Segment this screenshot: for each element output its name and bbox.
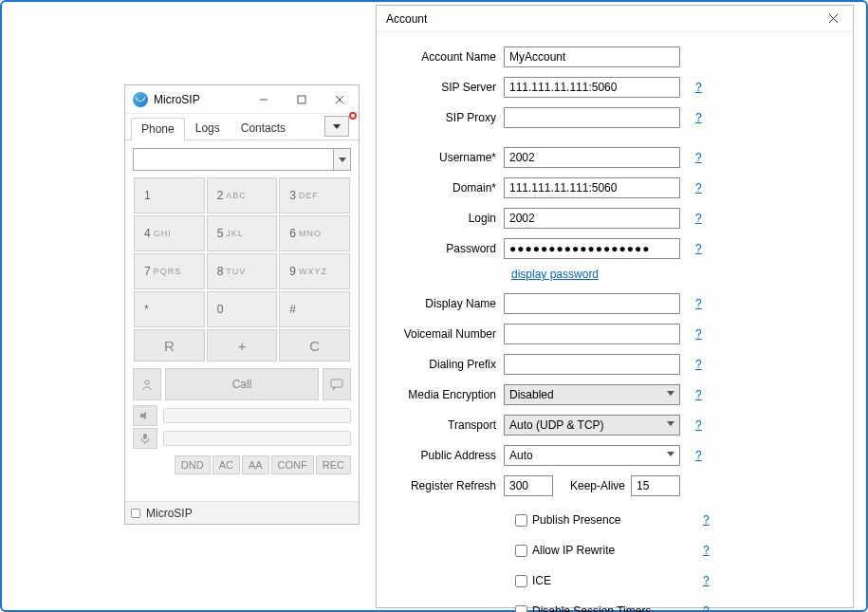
clear-button[interactable]: C	[279, 329, 350, 362]
speaker-button[interactable]	[133, 405, 157, 426]
password-input[interactable]	[504, 238, 680, 259]
help-sip-server[interactable]: ?	[695, 81, 702, 94]
label-username: Username*	[394, 151, 504, 164]
display-name-input[interactable]	[504, 293, 680, 314]
help-voicemail[interactable]: ?	[695, 327, 702, 341]
key-4[interactable]: 4GHI	[134, 215, 205, 251]
allow-ip-rewrite-checkbox[interactable]: Allow IP Rewrite	[511, 542, 688, 560]
maximize-button[interactable]	[283, 86, 321, 113]
help-display-name[interactable]: ?	[695, 297, 702, 310]
video-call-button[interactable]	[133, 368, 161, 400]
sip-server-input[interactable]	[504, 77, 680, 98]
key-2[interactable]: 2ABC	[207, 177, 278, 213]
key-1[interactable]: 1	[134, 177, 205, 213]
svg-marker-14	[667, 452, 674, 456]
login-input[interactable]	[504, 208, 680, 229]
minimize-button[interactable]	[245, 86, 283, 113]
key-8[interactable]: 8TUV	[207, 253, 278, 289]
help-transport[interactable]: ?	[695, 418, 702, 432]
key-5[interactable]: 5JKL	[207, 215, 278, 251]
disable-session-timers-checkbox[interactable]: Disable Session Timers	[511, 603, 688, 613]
account-dialog: Account Account Name SIP Server ? SIP Pr…	[376, 5, 854, 608]
register-refresh-input[interactable]	[504, 475, 553, 496]
help-sip-proxy[interactable]: ?	[695, 111, 702, 124]
account-titlebar: Account	[377, 6, 853, 32]
username-input[interactable]	[504, 147, 680, 168]
aa-button[interactable]: AA	[242, 455, 269, 474]
display-password-link[interactable]: display password	[511, 268, 599, 281]
tab-logs[interactable]: Logs	[185, 117, 231, 140]
label-register-refresh: Register Refresh	[394, 479, 504, 492]
media-encryption-select[interactable]: Disabled	[504, 384, 680, 405]
speaker-volume-slider[interactable]	[163, 408, 351, 423]
help-ice[interactable]: ?	[703, 574, 710, 587]
key-7[interactable]: 7PQRS	[134, 253, 205, 289]
key-hash[interactable]: #	[279, 291, 350, 327]
mic-volume-slider[interactable]	[163, 431, 351, 446]
public-address-select[interactable]: Auto	[504, 445, 680, 466]
microsip-main-window: MicroSIP Phone Logs Contacts	[124, 84, 360, 525]
tab-phone[interactable]: Phone	[131, 118, 185, 141]
help-password[interactable]: ?	[695, 242, 702, 255]
label-password: Password	[394, 242, 504, 255]
help-media-encryption[interactable]: ?	[695, 388, 702, 401]
chevron-down-icon	[667, 421, 674, 426]
account-close-button[interactable]	[813, 7, 853, 31]
account-title: Account	[386, 12, 813, 26]
call-button[interactable]: Call	[165, 368, 319, 400]
close-button[interactable]	[321, 86, 359, 113]
dnd-button[interactable]: DND	[175, 455, 211, 474]
sip-proxy-input[interactable]	[504, 107, 680, 128]
window-title: MicroSIP	[154, 93, 245, 106]
voicemail-input[interactable]	[504, 324, 680, 344]
label-domain: Domain*	[394, 181, 504, 195]
key-6[interactable]: 6MNO	[279, 215, 350, 251]
publish-presence-checkbox[interactable]: Publish Presence	[511, 511, 688, 529]
ac-button[interactable]: AC	[212, 455, 240, 474]
label-sip-server: SIP Server	[394, 81, 504, 94]
ice-checkbox[interactable]: ICE	[511, 572, 688, 590]
help-username[interactable]: ?	[695, 151, 702, 164]
svg-rect-9	[143, 434, 147, 439]
label-account-name: Account Name	[394, 50, 504, 64]
label-public-address: Public Address	[394, 449, 504, 462]
label-keep-alive: Keep-Alive	[570, 479, 625, 492]
transport-select[interactable]: Auto (UDP & TCP)	[504, 415, 680, 436]
status-text: MicroSIP	[146, 507, 193, 520]
plus-button[interactable]: +	[207, 329, 278, 362]
label-transport: Transport	[394, 418, 504, 432]
key-star[interactable]: *	[134, 291, 205, 327]
help-publish-presence[interactable]: ?	[703, 513, 710, 527]
label-dialing-prefix: Dialing Prefix	[394, 358, 504, 371]
key-3[interactable]: 3DEF	[279, 177, 350, 213]
label-sip-proxy: SIP Proxy	[394, 111, 504, 124]
account-menu-button[interactable]	[324, 116, 349, 137]
key-0[interactable]: 0	[207, 291, 278, 327]
message-button[interactable]	[323, 368, 351, 400]
dial-input[interactable]	[133, 148, 334, 171]
dial-history-dropdown[interactable]	[334, 148, 351, 171]
help-public-address[interactable]: ?	[695, 449, 702, 462]
redial-button[interactable]: R	[134, 329, 205, 362]
status-indicator-icon	[131, 509, 140, 518]
rec-button[interactable]: REC	[316, 455, 351, 474]
help-domain[interactable]: ?	[695, 181, 702, 195]
svg-point-6	[145, 380, 149, 384]
help-session-timers[interactable]: ?	[703, 604, 710, 612]
chevron-down-icon	[667, 391, 674, 396]
domain-input[interactable]	[504, 177, 680, 198]
dial-field	[133, 148, 351, 171]
keep-alive-input[interactable]	[631, 475, 680, 496]
svg-marker-12	[667, 391, 674, 396]
svg-rect-7	[331, 380, 342, 387]
help-login[interactable]: ?	[695, 212, 702, 225]
mic-button[interactable]	[133, 428, 157, 449]
tab-contacts[interactable]: Contacts	[231, 117, 296, 140]
key-9[interactable]: 9WXYZ	[279, 253, 350, 289]
account-name-input[interactable]	[504, 46, 680, 67]
help-ip-rewrite[interactable]: ?	[703, 544, 710, 557]
help-dialing-prefix[interactable]: ?	[695, 358, 702, 371]
dialing-prefix-input[interactable]	[504, 354, 680, 375]
tab-strip: Phone Logs Contacts	[125, 114, 359, 140]
conf-button[interactable]: CONF	[271, 455, 314, 474]
